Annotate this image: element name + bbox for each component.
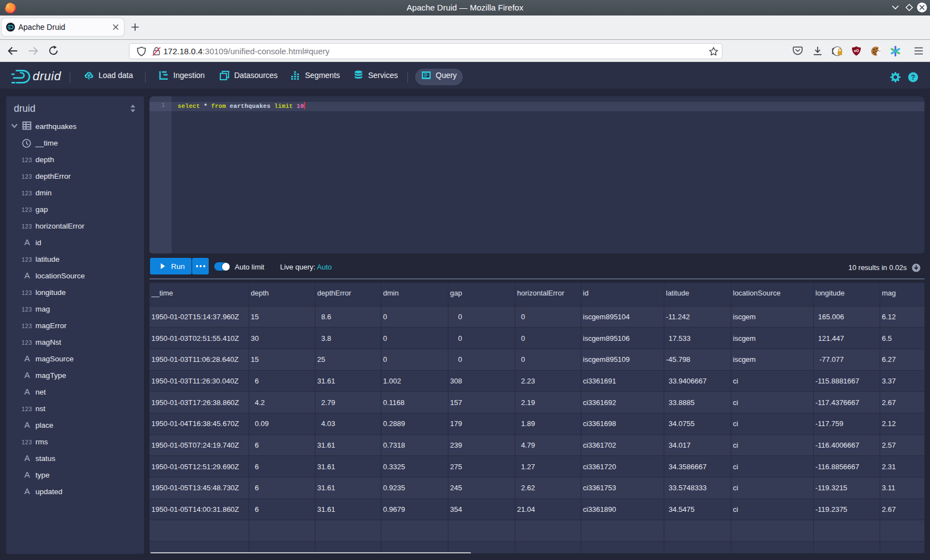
svg-text:?: ? <box>911 74 915 81</box>
svg-text:uO: uO <box>854 49 859 53</box>
